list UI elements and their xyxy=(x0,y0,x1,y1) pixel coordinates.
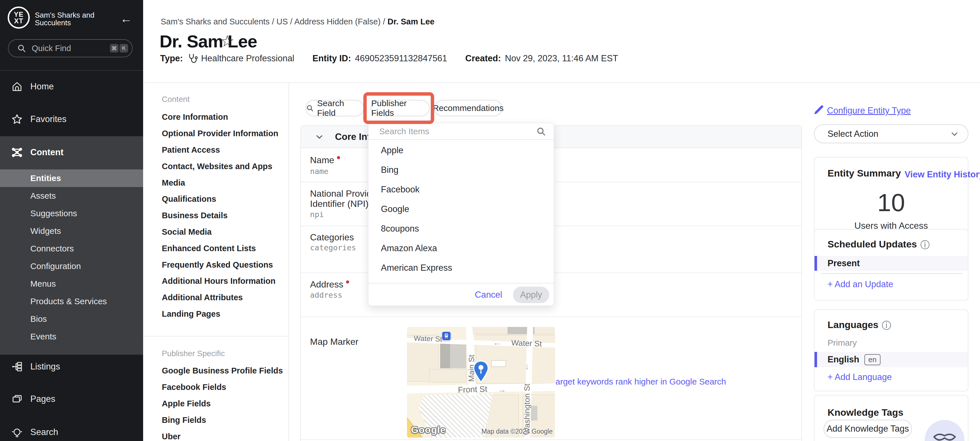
dropdown-item[interactable]: Google xyxy=(368,199,554,219)
dropdown-item[interactable]: Apple xyxy=(368,141,554,160)
field-nav-item[interactable]: Core Information xyxy=(143,109,288,125)
sidebar-item-content[interactable]: Content xyxy=(0,144,143,161)
tab-publisher-fields[interactable]: Publisher Fields xyxy=(371,100,430,117)
breadcrumb[interactable]: Sam's Sharks and Succulents / US / Addre… xyxy=(161,17,434,26)
logo-text-top: YE xyxy=(14,11,24,18)
info-icon[interactable]: ⓘ xyxy=(882,319,891,332)
search-icon xyxy=(536,126,546,136)
created-value: Nov 29, 2023, 11:46 AM EST xyxy=(505,53,618,64)
logo-text-bottom: XT xyxy=(14,18,24,24)
field-nav-item[interactable]: Social Media xyxy=(143,224,288,240)
configure-entity-type-link[interactable]: Configure Entity Type xyxy=(827,105,911,116)
field-nav-item[interactable]: Bing Fields xyxy=(143,412,288,428)
field-nav-item[interactable]: Optional Provider Information xyxy=(143,125,288,142)
street-label-washington: Washington St xyxy=(523,383,532,435)
street-label-water-left: Water St xyxy=(414,334,442,344)
sidebar-subitem[interactable]: Assets xyxy=(0,187,143,205)
search-icon xyxy=(306,104,314,112)
field-nav-item[interactable]: Uber xyxy=(143,428,288,441)
sidebar-subitem[interactable]: Connectors xyxy=(0,240,143,257)
sidebar-item-listings[interactable]: Listings xyxy=(0,358,143,375)
accent-bar xyxy=(815,352,817,367)
map-building xyxy=(429,369,466,382)
tab-recommendations[interactable]: Recommendations xyxy=(434,100,502,117)
content-nav-group: Content Entities Assets Suggestions Widg… xyxy=(0,136,143,355)
field-nav-item[interactable]: Landing Pages xyxy=(143,306,288,323)
dropdown-item[interactable]: Bing xyxy=(368,160,554,180)
account-name: Sam's Sharks andSucculents xyxy=(35,11,94,27)
entity-meta: Type: Healthcare Professional Entity ID:… xyxy=(160,53,618,64)
map-building-white xyxy=(491,360,506,367)
content-group-items: Core InformationOptional Provider Inform… xyxy=(143,109,288,322)
add-knowledge-tags-button[interactable]: Add Knowledge Tags xyxy=(824,420,912,438)
dropdown-search-input[interactable]: Search Items xyxy=(368,123,554,140)
required-dot xyxy=(337,156,340,159)
field-nav-item[interactable]: Additional Hours Information xyxy=(143,273,288,289)
dropdown-item[interactable]: 8coupons xyxy=(368,219,554,238)
sidebar-subitem[interactable]: Products & Services xyxy=(0,292,143,310)
sidebar-item-search[interactable]: Search xyxy=(0,423,143,441)
field-nav-item[interactable]: Qualifications xyxy=(143,191,288,208)
sidebar-subitem[interactable]: Events xyxy=(0,328,143,345)
dropdown-item[interactable]: American Express xyxy=(368,258,554,278)
sidebar-item-favorites[interactable]: Favorites xyxy=(0,110,143,128)
card-divider xyxy=(821,273,963,274)
chevron-down-icon xyxy=(315,133,324,141)
info-icon[interactable]: ⓘ xyxy=(921,239,930,251)
content-children: Entities Assets Suggestions Widgets Conn… xyxy=(0,169,143,345)
dropdown-item-list: AppleBingFacebookGoogle8couponsAmazon Al… xyxy=(368,141,554,278)
language-row-english[interactable]: English en xyxy=(815,352,968,367)
field-nav-item[interactable]: Frequently Asked Questions xyxy=(143,257,288,273)
yext-logo[interactable]: YE XT xyxy=(8,6,30,29)
dropdown-item[interactable]: Facebook xyxy=(368,180,554,199)
field-nav-item[interactable]: Media xyxy=(143,174,288,191)
sidebar-item-home[interactable]: Home xyxy=(0,78,143,95)
collapse-sidebar-icon[interactable]: ← xyxy=(120,12,132,26)
field-nav-item[interactable]: Contact, Websites and Apps xyxy=(143,158,288,174)
sidebar-subitem[interactable]: Suggestions xyxy=(0,205,143,222)
field-nav-item[interactable]: Apple Fields xyxy=(143,396,288,412)
sidebar-subitem[interactable]: Menus xyxy=(0,275,143,292)
entity-summary-title: Entity Summary xyxy=(827,168,901,179)
publisher-fields-dropdown: Search Items AppleBingFacebookGoogle8cou… xyxy=(368,123,554,306)
type-label: Type: xyxy=(160,53,183,64)
sidebar-item-pages[interactable]: Pages xyxy=(0,390,143,408)
add-update-link[interactable]: + Add an Update xyxy=(827,279,893,289)
select-action-dropdown[interactable]: Select Action xyxy=(814,124,968,143)
field-nav-item[interactable]: Additional Attributes xyxy=(143,289,288,306)
sidebar-subitem[interactable]: Entities xyxy=(0,169,143,187)
pencil-icon xyxy=(813,104,825,116)
users-with-access-count: 10 xyxy=(815,188,968,217)
field-nav-item[interactable]: Facebook Fields xyxy=(143,379,288,396)
add-language-link[interactable]: + Add Language xyxy=(827,372,892,382)
apply-button[interactable]: Apply xyxy=(513,287,549,303)
knowledge-tags-title: Knowledge Tags xyxy=(827,407,904,418)
view-entity-history-link[interactable]: View Entity History xyxy=(905,169,980,180)
field-nav-item[interactable]: Business Details xyxy=(143,208,288,224)
street-label-front: Front St xyxy=(458,384,487,395)
publisher-group-items: Google Business Profile FieldsFacebook F… xyxy=(143,363,288,441)
favorite-star-icon[interactable]: ☆ xyxy=(220,32,234,50)
field-nav-item[interactable]: Patient Access xyxy=(143,142,288,158)
select-action-value: Select Action xyxy=(827,129,950,139)
field-nav-item[interactable]: Enhanced Content Lists xyxy=(143,240,288,257)
quick-find-input[interactable]: Quick Find ⌘ K xyxy=(8,39,133,58)
sidebar-subitem[interactable]: Configuration xyxy=(0,257,143,275)
field-nav-item[interactable]: Google Business Profile Fields xyxy=(143,363,288,379)
pages-icon xyxy=(11,393,23,405)
required-dot xyxy=(346,280,349,283)
sidebar-divider xyxy=(0,70,143,71)
tab-search-field[interactable]: Search Field xyxy=(305,100,364,117)
sidebar-subitem[interactable]: Bios xyxy=(0,310,143,328)
publisher-group-label: Publisher Specific xyxy=(162,349,225,358)
chevron-down-icon xyxy=(950,129,959,139)
sidebar-subitem[interactable]: Widgets xyxy=(0,222,143,240)
scheduled-update-present-row[interactable]: Present xyxy=(815,256,968,271)
map-preview[interactable]: ← → ↓ Water St Water St Main St Front St… xyxy=(407,327,555,438)
cancel-button[interactable]: Cancel xyxy=(475,290,503,300)
dropdown-item[interactable]: Amazon Alexa xyxy=(368,238,554,258)
knowledge-graph-icon xyxy=(11,146,23,159)
map-pin-icon xyxy=(473,360,489,383)
content-field-nav: Content Core InformationOptional Provide… xyxy=(143,83,289,441)
map-arrow-left: ← xyxy=(493,338,501,347)
